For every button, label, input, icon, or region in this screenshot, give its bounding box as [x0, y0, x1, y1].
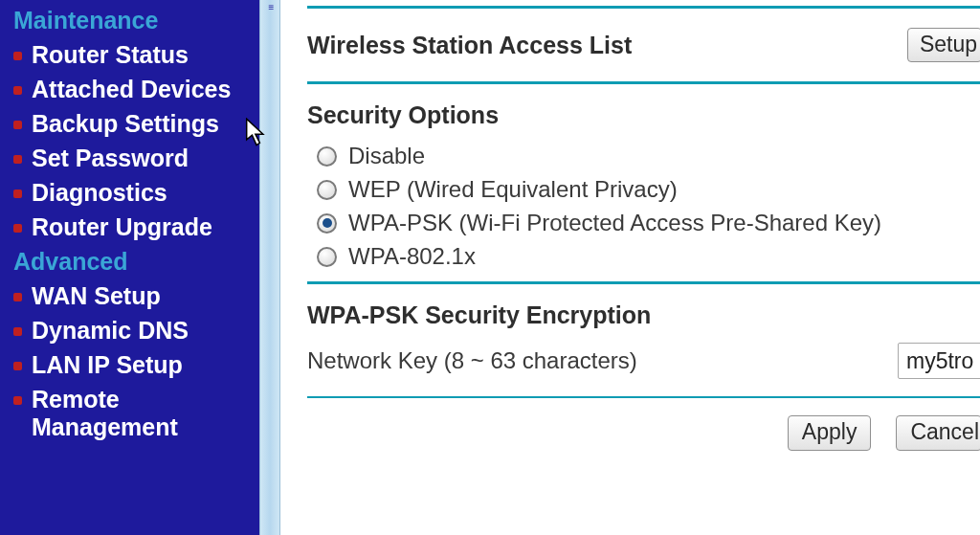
sidebar-item-label: Router Upgrade: [32, 213, 212, 241]
sidebar-section-maintenance: Maintenance: [13, 7, 250, 34]
network-key-input[interactable]: [898, 343, 980, 379]
sidebar-item-label: LAN IP Setup: [32, 351, 183, 379]
security-options-title: Security Options: [307, 101, 980, 129]
cancel-button[interactable]: Cancel: [896, 415, 980, 451]
sidebar-item-label: WAN Setup: [32, 282, 161, 310]
bullet-icon: [13, 189, 22, 198]
vertical-scrollbar[interactable]: ≡: [259, 0, 280, 535]
sidebar-item-router-upgrade[interactable]: Router Upgrade: [11, 213, 250, 241]
access-list-row: Wireless Station Access List Setup: [307, 9, 980, 81]
sidebar-item-remote-management[interactable]: Remote Management: [11, 386, 250, 441]
bullet-icon: [13, 86, 22, 95]
bullet-icon: [13, 362, 22, 370]
bullet-icon: [13, 396, 22, 405]
bullet-icon: [13, 155, 22, 164]
sidebar-item-set-password[interactable]: Set Password: [11, 145, 250, 172]
encryption-title: WPA-PSK Security Encryption: [307, 301, 980, 329]
sidebar-item-router-status[interactable]: Router Status: [11, 41, 250, 69]
divider: [307, 81, 980, 84]
radio-label: WEP (Wired Equivalent Privacy): [348, 176, 678, 203]
sidebar-item-dynamic-dns[interactable]: Dynamic DNS: [11, 317, 250, 345]
apply-button[interactable]: Apply: [788, 415, 872, 451]
sidebar-item-wan-setup[interactable]: WAN Setup: [11, 282, 250, 310]
sidebar-item-label: Backup Settings: [32, 110, 219, 138]
security-option-wep[interactable]: WEP (Wired Equivalent Privacy): [317, 176, 980, 203]
radio-label: WPA-PSK (Wi-Fi Protected Access Pre-Shar…: [348, 210, 881, 236]
main-content: Wireless Station Access List Setup Secur…: [280, 0, 980, 535]
bullet-icon: [13, 327, 22, 336]
sidebar-item-diagnostics[interactable]: Diagnostics: [11, 179, 250, 207]
radio-icon: [317, 146, 337, 167]
sidebar-item-backup-settings[interactable]: Backup Settings: [11, 110, 250, 138]
security-options-group: Disable WEP (Wired Equivalent Privacy) W…: [317, 143, 980, 270]
sidebar-item-label: Attached Devices: [32, 76, 231, 103]
setup-button[interactable]: Setup: [907, 28, 980, 62]
radio-icon: [317, 247, 337, 267]
footer-buttons: Apply Cancel: [307, 398, 980, 451]
sidebar-section-advanced: Advanced: [13, 248, 250, 276]
bullet-icon: [13, 52, 22, 60]
network-key-row: Network Key (8 ~ 63 characters): [307, 343, 980, 379]
divider: [307, 281, 980, 284]
bullet-icon: [13, 224, 22, 233]
security-option-wpa-8021x[interactable]: WPA-802.1x: [317, 243, 980, 270]
sidebar-item-label: Set Password: [32, 145, 189, 172]
sidebar-item-label: Router Status: [32, 41, 189, 69]
sidebar-item-label: Remote Management: [32, 386, 250, 441]
bullet-icon: [13, 293, 22, 301]
radio-icon: [317, 180, 337, 200]
radio-label: Disable: [348, 143, 425, 169]
sidebar-nav: Maintenance Router Status Attached Devic…: [0, 0, 259, 535]
radio-icon: [317, 213, 337, 234]
access-list-title: Wireless Station Access List: [307, 32, 632, 59]
security-option-wpa-psk[interactable]: WPA-PSK (Wi-Fi Protected Access Pre-Shar…: [317, 210, 980, 236]
scrollbar-marker-icon: ≡: [266, 4, 277, 12]
bullet-icon: [13, 121, 22, 129]
network-key-label: Network Key (8 ~ 63 characters): [307, 347, 637, 374]
sidebar-item-label: Diagnostics: [32, 179, 167, 207]
radio-label: WPA-802.1x: [348, 243, 476, 270]
sidebar-item-lan-ip-setup[interactable]: LAN IP Setup: [11, 351, 250, 379]
sidebar-item-attached-devices[interactable]: Attached Devices: [11, 76, 250, 103]
sidebar-item-label: Dynamic DNS: [32, 317, 189, 345]
security-option-disable[interactable]: Disable: [317, 143, 980, 169]
